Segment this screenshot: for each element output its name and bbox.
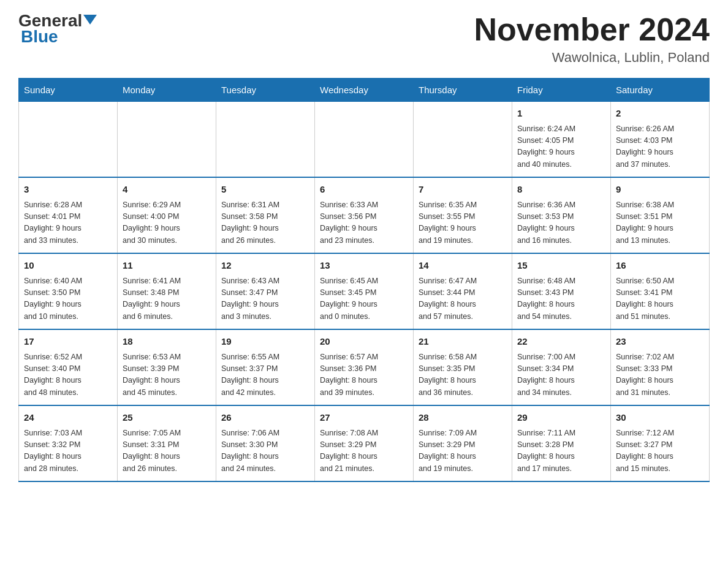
day-number: 21	[419, 335, 507, 349]
day-number: 8	[517, 183, 605, 197]
calendar-cell: 8Sunrise: 6:36 AM Sunset: 3:53 PM Daylig…	[512, 177, 611, 253]
day-number: 16	[616, 259, 704, 273]
calendar-cell	[414, 102, 512, 178]
calendar-cell: 15Sunrise: 6:48 AM Sunset: 3:43 PM Dayli…	[512, 253, 611, 329]
day-number: 13	[320, 259, 408, 273]
calendar-cell: 7Sunrise: 6:35 AM Sunset: 3:55 PM Daylig…	[414, 177, 512, 253]
calendar-cell: 20Sunrise: 6:57 AM Sunset: 3:36 PM Dayli…	[315, 329, 414, 405]
day-info: Sunrise: 6:41 AM Sunset: 3:48 PM Dayligh…	[123, 275, 211, 323]
day-info: Sunrise: 6:55 AM Sunset: 3:37 PM Dayligh…	[221, 351, 309, 399]
day-number: 23	[616, 335, 704, 349]
calendar-cell: 23Sunrise: 7:02 AM Sunset: 3:33 PM Dayli…	[611, 329, 710, 405]
day-number: 5	[221, 183, 309, 197]
calendar-cell: 16Sunrise: 6:50 AM Sunset: 3:41 PM Dayli…	[611, 253, 710, 329]
day-info: Sunrise: 6:57 AM Sunset: 3:36 PM Dayligh…	[320, 351, 408, 399]
day-number: 22	[517, 335, 605, 349]
calendar-cell: 5Sunrise: 6:31 AM Sunset: 3:58 PM Daylig…	[216, 177, 315, 253]
day-number: 15	[517, 259, 605, 273]
calendar-cell: 9Sunrise: 6:38 AM Sunset: 3:51 PM Daylig…	[611, 177, 710, 253]
day-info: Sunrise: 6:48 AM Sunset: 3:43 PM Dayligh…	[517, 275, 605, 323]
calendar-week-row: 24Sunrise: 7:03 AM Sunset: 3:32 PM Dayli…	[19, 405, 710, 481]
day-info: Sunrise: 6:52 AM Sunset: 3:40 PM Dayligh…	[24, 351, 112, 399]
day-header-saturday: Saturday	[611, 79, 710, 102]
day-number: 7	[419, 183, 507, 197]
day-number: 25	[123, 411, 211, 425]
day-info: Sunrise: 6:43 AM Sunset: 3:47 PM Dayligh…	[221, 275, 309, 323]
svg-marker-0	[83, 15, 97, 25]
title-block: November 2024 Wawolnica, Lublin, Poland	[474, 12, 710, 66]
calendar-header-row: SundayMondayTuesdayWednesdayThursdayFrid…	[19, 79, 710, 102]
day-number: 24	[24, 411, 112, 425]
calendar-subtitle: Wawolnica, Lublin, Poland	[474, 50, 710, 66]
calendar-cell: 4Sunrise: 6:29 AM Sunset: 4:00 PM Daylig…	[118, 177, 216, 253]
day-info: Sunrise: 6:50 AM Sunset: 3:41 PM Dayligh…	[616, 275, 704, 323]
calendar-cell: 29Sunrise: 7:11 AM Sunset: 3:28 PM Dayli…	[512, 405, 611, 481]
day-number: 2	[616, 107, 704, 121]
day-info: Sunrise: 6:24 AM Sunset: 4:05 PM Dayligh…	[517, 123, 605, 171]
day-number: 28	[419, 411, 507, 425]
day-number: 9	[616, 183, 704, 197]
day-info: Sunrise: 6:47 AM Sunset: 3:44 PM Dayligh…	[419, 275, 507, 323]
day-number: 19	[221, 335, 309, 349]
logo-triangle-icon	[83, 15, 97, 27]
calendar-cell: 27Sunrise: 7:08 AM Sunset: 3:29 PM Dayli…	[315, 405, 414, 481]
day-info: Sunrise: 7:12 AM Sunset: 3:27 PM Dayligh…	[616, 427, 704, 475]
calendar-cell: 30Sunrise: 7:12 AM Sunset: 3:27 PM Dayli…	[611, 405, 710, 481]
calendar-cell: 6Sunrise: 6:33 AM Sunset: 3:56 PM Daylig…	[315, 177, 414, 253]
calendar-cell	[216, 102, 315, 178]
calendar-cell: 26Sunrise: 7:06 AM Sunset: 3:30 PM Dayli…	[216, 405, 315, 481]
day-info: Sunrise: 6:33 AM Sunset: 3:56 PM Dayligh…	[320, 199, 408, 247]
day-number: 1	[517, 107, 605, 121]
day-header-friday: Friday	[512, 79, 611, 102]
day-info: Sunrise: 6:31 AM Sunset: 3:58 PM Dayligh…	[221, 199, 309, 247]
day-info: Sunrise: 6:58 AM Sunset: 3:35 PM Dayligh…	[419, 351, 507, 399]
calendar-cell: 21Sunrise: 6:58 AM Sunset: 3:35 PM Dayli…	[414, 329, 512, 405]
calendar-cell: 3Sunrise: 6:28 AM Sunset: 4:01 PM Daylig…	[19, 177, 118, 253]
day-info: Sunrise: 6:40 AM Sunset: 3:50 PM Dayligh…	[24, 275, 112, 323]
logo: General Blue	[18, 12, 97, 45]
calendar-cell: 18Sunrise: 6:53 AM Sunset: 3:39 PM Dayli…	[118, 329, 216, 405]
day-info: Sunrise: 6:28 AM Sunset: 4:01 PM Dayligh…	[24, 199, 112, 247]
day-number: 12	[221, 259, 309, 273]
day-info: Sunrise: 7:06 AM Sunset: 3:30 PM Dayligh…	[221, 427, 309, 475]
calendar-week-row: 17Sunrise: 6:52 AM Sunset: 3:40 PM Dayli…	[19, 329, 710, 405]
day-info: Sunrise: 7:11 AM Sunset: 3:28 PM Dayligh…	[517, 427, 605, 475]
day-info: Sunrise: 6:36 AM Sunset: 3:53 PM Dayligh…	[517, 199, 605, 247]
day-number: 6	[320, 183, 408, 197]
calendar-cell: 14Sunrise: 6:47 AM Sunset: 3:44 PM Dayli…	[414, 253, 512, 329]
day-info: Sunrise: 7:03 AM Sunset: 3:32 PM Dayligh…	[24, 427, 112, 475]
day-number: 18	[123, 335, 211, 349]
day-number: 14	[419, 259, 507, 273]
day-number: 3	[24, 183, 112, 197]
day-info: Sunrise: 6:35 AM Sunset: 3:55 PM Dayligh…	[419, 199, 507, 247]
calendar-cell: 25Sunrise: 7:05 AM Sunset: 3:31 PM Dayli…	[118, 405, 216, 481]
calendar-table: SundayMondayTuesdayWednesdayThursdayFrid…	[18, 78, 710, 482]
day-number: 20	[320, 335, 408, 349]
logo-blue-text: Blue	[21, 27, 58, 46]
day-header-sunday: Sunday	[19, 79, 118, 102]
calendar-title: November 2024	[474, 12, 710, 47]
calendar-week-row: 3Sunrise: 6:28 AM Sunset: 4:01 PM Daylig…	[19, 177, 710, 253]
day-info: Sunrise: 7:09 AM Sunset: 3:29 PM Dayligh…	[419, 427, 507, 475]
page-header: General Blue November 2024 Wawolnica, Lu…	[18, 12, 710, 66]
calendar-cell: 12Sunrise: 6:43 AM Sunset: 3:47 PM Dayli…	[216, 253, 315, 329]
day-info: Sunrise: 6:38 AM Sunset: 3:51 PM Dayligh…	[616, 199, 704, 247]
calendar-week-row: 1Sunrise: 6:24 AM Sunset: 4:05 PM Daylig…	[19, 102, 710, 178]
calendar-cell: 19Sunrise: 6:55 AM Sunset: 3:37 PM Dayli…	[216, 329, 315, 405]
calendar-week-row: 10Sunrise: 6:40 AM Sunset: 3:50 PM Dayli…	[19, 253, 710, 329]
calendar-cell	[19, 102, 118, 178]
calendar-cell: 2Sunrise: 6:26 AM Sunset: 4:03 PM Daylig…	[611, 102, 710, 178]
calendar-cell: 10Sunrise: 6:40 AM Sunset: 3:50 PM Dayli…	[19, 253, 118, 329]
calendar-cell: 28Sunrise: 7:09 AM Sunset: 3:29 PM Dayli…	[414, 405, 512, 481]
calendar-cell: 11Sunrise: 6:41 AM Sunset: 3:48 PM Dayli…	[118, 253, 216, 329]
day-number: 17	[24, 335, 112, 349]
day-info: Sunrise: 7:08 AM Sunset: 3:29 PM Dayligh…	[320, 427, 408, 475]
day-info: Sunrise: 7:02 AM Sunset: 3:33 PM Dayligh…	[616, 351, 704, 399]
day-info: Sunrise: 6:45 AM Sunset: 3:45 PM Dayligh…	[320, 275, 408, 323]
calendar-cell: 24Sunrise: 7:03 AM Sunset: 3:32 PM Dayli…	[19, 405, 118, 481]
calendar-cell: 22Sunrise: 7:00 AM Sunset: 3:34 PM Dayli…	[512, 329, 611, 405]
day-number: 10	[24, 259, 112, 273]
calendar-cell: 1Sunrise: 6:24 AM Sunset: 4:05 PM Daylig…	[512, 102, 611, 178]
day-number: 11	[123, 259, 211, 273]
day-number: 29	[517, 411, 605, 425]
